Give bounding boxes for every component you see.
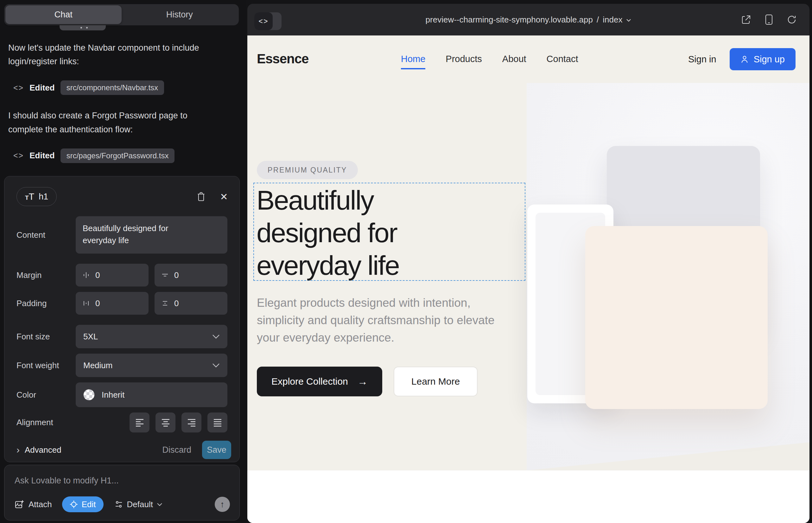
chevron-down-icon [212,334,220,339]
margin-label: Margin [16,270,76,280]
site-nav-links: Home Products About Contact [401,54,578,64]
element-editor-panel: TT h1 ✕ Content Beautifully designed for [4,176,240,462]
url-page: index [603,15,622,25]
close-editor-button[interactable]: ✕ [217,189,231,204]
delete-element-button[interactable] [194,189,208,204]
site-nav-auth: Sign in Sign up [688,48,796,70]
edited-label: Edited [30,83,54,93]
site-logo[interactable]: Essence [257,51,308,67]
color-picker[interactable]: Inherit [76,382,227,407]
color-swatch-icon [83,389,95,400]
edited-label: Edited [30,151,54,161]
url-bar[interactable]: preview--charming-site-symphony.lovable.… [247,4,810,35]
site-navbar: Essence Home Products About Contact Sign… [247,35,810,83]
color-label: Color [16,390,76,400]
arrow-right-icon: → [357,376,368,387]
chevron-down-icon [157,503,162,506]
scrolled-chat-chip [59,25,106,30]
padding-row: Padding 0 [16,292,231,315]
browser-actions [740,4,797,35]
margin-row: Margin 0 [16,264,231,287]
padding-label: Padding [16,299,76,308]
chevron-right-icon: › [16,445,20,455]
tab-chat[interactable]: Chat [5,5,122,24]
model-selector[interactable]: Default [114,500,162,509]
edit-mode-button[interactable]: Edit [62,497,104,512]
padding-horizontal-icon [83,300,90,307]
user-icon [740,55,749,63]
save-button[interactable]: Save [202,441,231,459]
file-chip[interactable]: src/pages/ForgotPassword.tsx [60,148,175,163]
font-size-label: Font size [16,332,76,342]
font-weight-select[interactable]: Medium [76,354,227,377]
chat-message: Now let's update the Navbar component to… [8,41,205,68]
chat-composer[interactable]: Ask Lovable to modify H1... Attach [4,465,240,521]
margin-horizontal-icon [83,272,90,278]
margin-x-input[interactable]: 0 [76,264,148,287]
content-textarea[interactable]: Beautifully designed for everyday life [76,216,227,254]
color-row: Color Inherit [16,382,231,407]
site-viewport: Essence Home Products About Contact Sign… [247,35,810,523]
browser-topbar: <> preview--charming-site-symphony.lovab… [247,4,810,35]
advanced-toggle[interactable]: › Advanced [16,445,61,455]
preview-browser-panel: <> preview--charming-site-symphony.lovab… [247,4,810,523]
lovable-app: Chat History Now let's update the Navbar… [0,0,812,523]
refresh-button[interactable] [786,14,797,25]
padding-x-input[interactable]: 0 [76,292,148,315]
mobile-preview-button[interactable] [763,14,775,25]
edited-file-row: <> Edited src/components/Navbar.tsx [13,80,230,95]
file-chip[interactable]: src/components/Navbar.tsx [60,80,164,95]
font-weight-row: Font weight Medium [16,354,231,377]
hero-cta-group: Explore Collection → Learn More [257,366,478,396]
explore-collection-button[interactable]: Explore Collection → [257,366,382,396]
font-weight-label: Font weight [16,361,76,371]
selected-element-tag: TT h1 [16,187,57,206]
url-host: preview--charming-site-symphony.lovable.… [426,15,593,25]
tab-history[interactable]: History [122,5,238,24]
discard-button[interactable]: Discard [162,445,191,455]
alignment-row: Alignment [16,413,231,432]
h1-selection-outline: Beautifully designed for everyday life [253,183,525,281]
margin-y-input[interactable]: 0 [155,264,227,287]
font-size-row: Font size 5XL [16,325,231,348]
composer-toolbar: Attach Edit [15,497,230,512]
content-label: Content [16,230,76,240]
next-section-background [247,470,810,523]
align-justify-button[interactable] [208,413,227,432]
learn-more-button[interactable]: Learn More [394,366,478,396]
url-separator: / [597,15,599,25]
sign-up-button[interactable]: Sign up [730,48,796,70]
align-left-button[interactable] [129,413,149,432]
chat-message: I should also create a Forgot Password p… [8,109,205,136]
send-button[interactable]: ↑ [215,497,230,512]
code-icon: <> [13,151,24,160]
hero-heading[interactable]: Beautifully designed for everyday life [257,184,478,282]
nav-link-home[interactable]: Home [401,54,425,64]
font-size-select[interactable]: 5XL [76,325,227,348]
hero-description: Elegant products designed with intention… [257,294,510,346]
open-external-button[interactable] [740,14,752,25]
composer-input[interactable]: Ask Lovable to modify H1... [15,476,230,486]
attach-image-icon [15,500,24,509]
sliders-icon [114,500,123,508]
alignment-label: Alignment [16,418,76,427]
nav-link-contact[interactable]: Contact [547,54,578,64]
chat-history-tabbar: Chat History [4,4,239,25]
sign-in-link[interactable]: Sign in [688,54,716,65]
nav-link-products[interactable]: Products [446,54,482,64]
editor-footer: › Advanced Discard Save [16,432,231,459]
align-right-button[interactable] [181,413,201,432]
attach-button[interactable]: Attach [15,500,52,509]
editor-header: TT h1 ✕ [16,187,231,206]
align-center-button[interactable] [156,413,175,432]
chevron-down-icon [626,19,631,22]
trash-icon [197,192,206,201]
edited-file-row: <> Edited src/pages/ForgotPassword.tsx [13,148,230,163]
padding-y-input[interactable]: 0 [155,292,227,315]
nav-link-about[interactable]: About [502,54,526,64]
decor-card-beige [585,226,768,409]
code-icon: <> [13,83,24,92]
padding-vertical-icon [161,300,169,307]
chat-thread: Now let's update the Navbar component to… [8,41,230,176]
margin-vertical-icon [161,272,169,278]
